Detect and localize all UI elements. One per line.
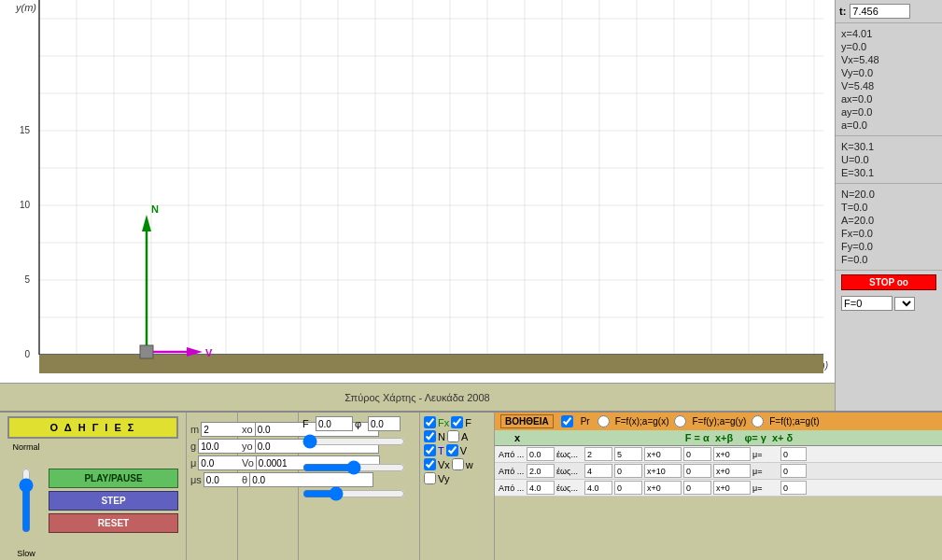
check-vy-input[interactable]	[424, 472, 436, 484]
eos-label-1: έως...	[556, 450, 583, 459]
param-x0-label: xo	[242, 424, 253, 435]
alpha-input-1[interactable]	[614, 447, 642, 461]
param-mus-label: μs	[190, 474, 202, 485]
check-t: T V	[424, 444, 490, 456]
check-n-input[interactable]	[424, 430, 436, 442]
beta-input-1[interactable]	[644, 447, 682, 461]
alpha-input-2[interactable]	[614, 464, 642, 478]
mu-label-2: μ=	[752, 467, 779, 476]
check-t-input[interactable]	[424, 444, 436, 456]
simulation-credit: Σπύρος Χάρτης - Λευκάδα 2008	[0, 383, 835, 411]
eos-input-3[interactable]	[584, 481, 612, 495]
svg-rect-48	[140, 345, 153, 358]
pr-checkbox[interactable]	[561, 415, 573, 427]
from-input-1[interactable]	[527, 447, 555, 461]
svg-text:N: N	[151, 203, 159, 215]
mu-input-3[interactable]	[780, 481, 807, 495]
slider-row-3	[302, 486, 415, 503]
check-t-label: T	[438, 445, 444, 456]
data-rows: Από ... έως... μ= Από ... έως...	[495, 446, 942, 560]
slider-row-1	[302, 434, 415, 451]
gamma-input-2[interactable]	[683, 464, 711, 478]
check-vx-input[interactable]	[424, 458, 436, 470]
stat-v: V=5.48	[841, 79, 936, 92]
mu-input-2[interactable]	[780, 464, 807, 478]
formula-x-col: x	[499, 432, 536, 443]
check-fx: Fx F	[424, 416, 490, 428]
beta-input-3[interactable]	[644, 481, 682, 495]
svg-text:5: 5	[24, 274, 30, 285]
eos-input-1[interactable]	[584, 447, 612, 461]
stat-n: N=20.0	[841, 188, 936, 201]
check-w-input[interactable]	[452, 458, 464, 470]
grid-svg: y(m) -5 0 5 10 15 20 25 30 x(m) 0 5 10 1…	[0, 0, 835, 383]
boitheia-button[interactable]: ΒΟΗΘΕΙΑ	[500, 414, 554, 428]
from-input-3[interactable]	[527, 481, 555, 495]
check-vx: Vx w	[424, 458, 490, 470]
right-panel: t: x=4.01 y=0.0 Vx=5.48 Vy=0.0 V=5.48 ax…	[835, 0, 942, 411]
odhgies-button[interactable]: Ο Δ Η Γ Ι Ε Σ	[7, 416, 178, 439]
reset-button[interactable]: RESET	[49, 513, 178, 533]
table-row: Από ... έως... μ=	[495, 446, 942, 463]
svg-text:0: 0	[24, 349, 30, 359]
check-f-input[interactable]	[451, 416, 463, 428]
radio-fx-gx-label: F=f(x);a=g(x)	[615, 416, 669, 427]
play-pause-button[interactable]: PLAY/PAUSE	[49, 469, 178, 488]
check-a-label: A	[461, 431, 468, 442]
speed-slider[interactable]	[17, 468, 35, 533]
check-fx-label: Fx	[438, 417, 449, 428]
gamma-input-1[interactable]	[683, 447, 711, 461]
delta-input-2[interactable]	[713, 464, 751, 478]
radio-fy-gy[interactable]	[674, 415, 686, 427]
stat-fy: Fy=0.0	[841, 240, 936, 253]
radio-fy-gy-label: F=f(y);a=g(y)	[692, 416, 746, 427]
data-formula-row: x F = α x+β φ= γ x+ δ	[495, 430, 942, 446]
step-button[interactable]: STEP	[49, 491, 178, 511]
param-m: m	[190, 422, 233, 437]
check-v-input[interactable]	[446, 444, 458, 456]
stat-ay: ay=0.0	[841, 105, 936, 119]
from-input-2[interactable]	[527, 464, 555, 478]
credit-text: Σπύρος Χάρτης - Λευκάδα 2008	[344, 392, 489, 403]
mu-label-3: μ=	[752, 483, 779, 493]
radio-fx-gx[interactable]	[598, 415, 610, 427]
f0-input[interactable]	[841, 296, 893, 311]
stat-x: x=4.01	[841, 27, 936, 40]
mu-input-1[interactable]	[780, 447, 807, 461]
f0-select[interactable]: ▼	[894, 297, 915, 311]
stat-fx: Fx=0.0	[841, 227, 936, 240]
force-phi-input[interactable]	[368, 416, 401, 431]
force-slider-3[interactable]	[302, 486, 405, 501]
beta-input-2[interactable]	[644, 464, 682, 478]
delta-input-1[interactable]	[713, 447, 751, 461]
gamma-input-3[interactable]	[683, 481, 711, 495]
svg-text:V: V	[205, 347, 213, 358]
speed-slider-container	[17, 454, 35, 547]
force-stats: N=20.0 T=0.0 A=20.0 Fx=0.0 Fy=0.0 F=0.0	[836, 184, 942, 271]
eos-input-2[interactable]	[584, 464, 612, 478]
time-input[interactable]	[850, 4, 910, 19]
check-a-input[interactable]	[447, 430, 459, 442]
time-row: t:	[836, 0, 942, 23]
f0-row: ▼	[836, 294, 942, 313]
check-n-label: N	[438, 431, 445, 442]
param-mu: μ	[190, 455, 233, 470]
stat-f: F=0.0	[841, 253, 936, 266]
stat-u: U=0.0	[841, 153, 936, 166]
stat-ax: ax=0.0	[841, 92, 936, 105]
table-row: Από ... έως... μ=	[495, 463, 942, 480]
grid-area: y(m) -5 0 5 10 15 20 25 30 x(m) 0 5 10 1…	[0, 0, 835, 383]
force-slider-2[interactable]	[302, 460, 405, 475]
param-theta: θ	[242, 472, 294, 487]
radio-ft-gt[interactable]	[752, 415, 764, 427]
bottom-left-controls: Ο Δ Η Γ Ι Ε Σ Normal Slow PLAY/PAUSE STE…	[0, 413, 187, 560]
check-fx-input[interactable]	[424, 416, 436, 428]
force-slider-1[interactable]	[302, 434, 405, 449]
main-container: y(m) -5 0 5 10 15 20 25 30 x(m) 0 5 10 1…	[0, 0, 942, 560]
alpha-input-3[interactable]	[614, 481, 642, 495]
params-section: m g μ μs	[187, 413, 238, 560]
delta-input-3[interactable]	[713, 481, 751, 495]
stop-button[interactable]: STOP oo	[841, 274, 936, 290]
force-f-input[interactable]	[316, 416, 353, 431]
param-mu-label: μ	[190, 457, 196, 469]
